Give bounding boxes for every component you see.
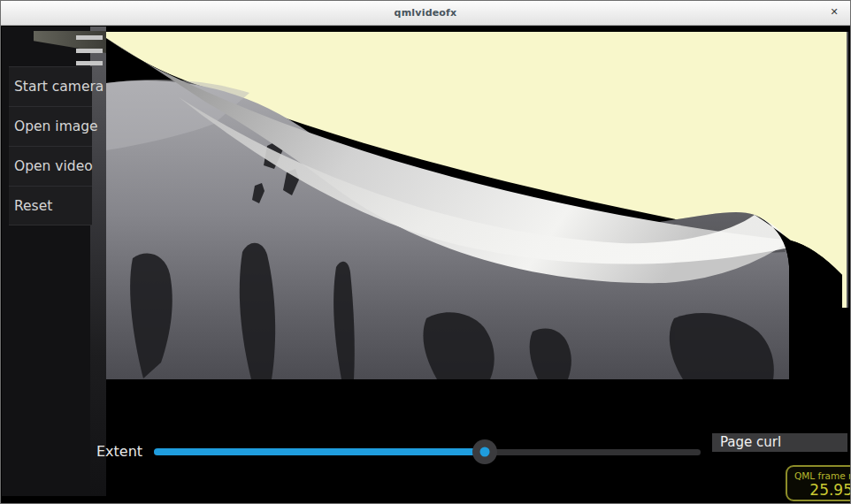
menu-icon[interactable]: [76, 35, 103, 65]
video-surface[interactable]: [2, 27, 851, 503]
title-bar: qmlvideofx ✕: [1, 1, 850, 26]
sidebar-item-open-image[interactable]: Open image: [9, 106, 92, 146]
sidebar-item-open-video[interactable]: Open video: [9, 146, 92, 186]
window-title: qmlvideofx: [1, 7, 850, 19]
close-icon[interactable]: ✕: [827, 5, 841, 19]
extent-slider-label: Extent: [96, 443, 142, 460]
effect-selector-button[interactable]: Page curl: [712, 433, 847, 452]
main-content: Start camera Open image Open video Reset…: [2, 27, 851, 504]
fps-badge-value: 25.95: [794, 481, 851, 499]
menu-icon-bar: [76, 61, 103, 65]
sidebar-item-start-camera[interactable]: Start camera: [9, 66, 92, 106]
sidebar-item-reset[interactable]: Reset: [9, 186, 92, 225]
fps-badge: QML frame r... 25.95: [786, 465, 851, 501]
slider-handle-dot: [479, 447, 489, 457]
fps-badge-label: QML frame r...: [794, 470, 851, 481]
menu-icon-bar: [76, 35, 103, 40]
sidebar-menu: Start camera Open image Open video Reset: [9, 66, 92, 225]
sidebar: Start camera Open image Open video Reset: [2, 27, 106, 496]
extent-slider[interactable]: [154, 439, 701, 464]
slider-handle[interactable]: [472, 439, 497, 464]
slider-fill: [154, 448, 485, 455]
menu-icon-bar: [76, 49, 103, 53]
app-window: qmlvideofx ✕: [0, 0, 851, 504]
